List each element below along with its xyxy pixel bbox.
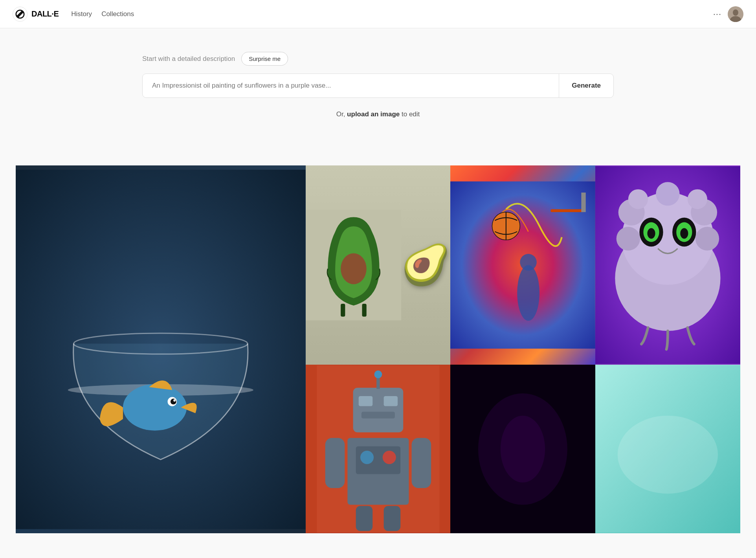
header-left: DALL·E History Collections: [13, 7, 134, 22]
svg-point-36: [648, 228, 655, 239]
svg-point-58: [618, 416, 718, 494]
upload-text-after: to edit: [402, 110, 420, 118]
gallery-item-avocado-chair[interactable]: [306, 165, 451, 365]
generate-button[interactable]: Generate: [559, 74, 613, 97]
upload-row: Or, upload an image to edit: [336, 110, 420, 118]
svg-point-48: [360, 451, 374, 464]
header: DALL·E History Collections ···: [0, 0, 756, 28]
gallery-item-monster[interactable]: [595, 165, 740, 365]
svg-rect-52: [356, 506, 372, 531]
svg-rect-14: [362, 304, 366, 317]
nav-history[interactable]: History: [71, 10, 92, 18]
svg-point-9: [171, 399, 176, 405]
prompt-input-row: Generate: [142, 73, 614, 98]
svg-point-10: [173, 399, 176, 402]
upload-text-before: Or,: [336, 110, 345, 118]
svg-point-45: [374, 371, 382, 378]
svg-point-49: [382, 451, 396, 464]
svg-rect-40: [353, 388, 403, 432]
upload-image-link[interactable]: upload an image: [347, 110, 400, 118]
svg-point-16: [517, 265, 540, 321]
nav-collections[interactable]: Collections: [101, 10, 134, 18]
svg-point-27: [617, 227, 640, 250]
gallery-item-robot[interactable]: [306, 365, 451, 534]
svg-rect-20: [551, 209, 584, 212]
prompt-section: Start with a detailed description Surpri…: [142, 52, 614, 118]
svg-rect-13: [341, 304, 345, 317]
svg-point-28: [695, 227, 719, 250]
description-row: Start with a detailed description Surpri…: [142, 52, 288, 66]
svg-rect-50: [325, 438, 345, 488]
svg-point-56: [501, 416, 545, 483]
svg-point-12: [341, 253, 367, 284]
logo-area[interactable]: DALL·E: [13, 7, 59, 22]
svg-point-31: [656, 182, 679, 206]
svg-point-37: [680, 228, 688, 239]
svg-point-17: [520, 254, 537, 271]
gallery-item-teal[interactable]: [595, 365, 740, 534]
svg-point-7: [123, 384, 187, 431]
gallery-item-basketball[interactable]: [450, 165, 595, 365]
svg-point-30: [688, 189, 707, 209]
openai-logo-icon: [13, 7, 28, 22]
svg-rect-42: [384, 396, 397, 406]
main-nav: History Collections: [71, 10, 134, 18]
image-gallery: [16, 165, 740, 533]
svg-point-2: [733, 9, 738, 16]
description-label: Start with a detailed description: [142, 55, 235, 63]
logo-text: DALL·E: [31, 9, 59, 18]
prompt-input[interactable]: [143, 74, 559, 97]
svg-rect-44: [376, 376, 380, 389]
gallery-item-fishbowl[interactable]: [16, 165, 306, 533]
header-right: ···: [713, 6, 743, 22]
surprise-me-button[interactable]: Surprise me: [241, 52, 288, 66]
svg-rect-51: [411, 438, 431, 488]
main-content: Start with a detailed description Surpri…: [0, 28, 756, 533]
svg-rect-43: [361, 412, 395, 418]
svg-point-29: [628, 189, 648, 209]
user-avatar[interactable]: [728, 6, 743, 22]
more-options-button[interactable]: ···: [713, 9, 721, 19]
svg-rect-41: [358, 396, 372, 406]
gallery-item-dark[interactable]: [450, 365, 595, 534]
svg-rect-21: [582, 193, 586, 212]
svg-rect-53: [384, 506, 400, 531]
